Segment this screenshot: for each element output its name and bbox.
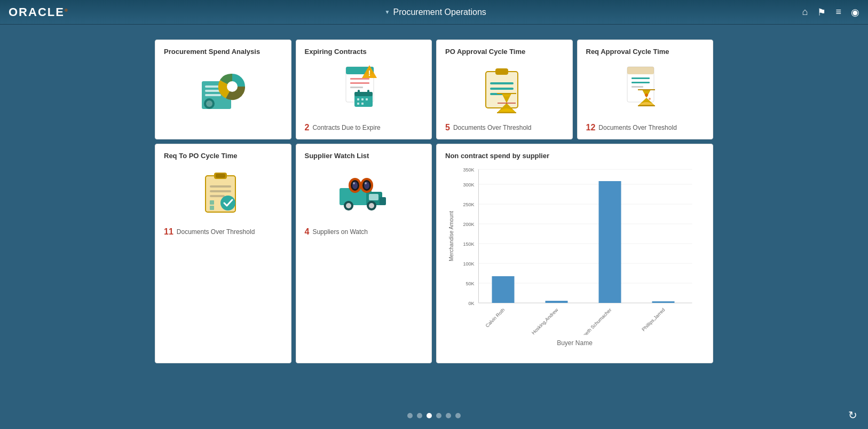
user-icon[interactable]: ◉ <box>851 6 859 18</box>
req-po-icon <box>164 164 282 223</box>
po-approval-title: PO Approval Cycle Time <box>445 48 564 56</box>
spend-chart-tile[interactable]: Non contract spend by supplier 0K 50K 10… <box>436 144 713 363</box>
svg-rect-58 <box>369 194 378 200</box>
spend-analysis-icon <box>164 60 282 119</box>
expiring-contracts-tile[interactable]: Expiring Contracts ! <box>296 40 432 139</box>
svg-rect-55 <box>210 206 214 210</box>
spend-analysis-tile[interactable]: Procurement Spend Analysis <box>155 40 291 139</box>
dot-1[interactable] <box>407 413 413 418</box>
po-approval-icon <box>445 60 564 119</box>
svg-rect-19 <box>357 98 359 100</box>
svg-rect-20 <box>361 98 364 100</box>
svg-point-71 <box>353 182 355 184</box>
supplier-watch-count: 4 <box>305 227 310 237</box>
req-po-footer: 11 Documents Over Threshold <box>164 227 282 237</box>
svg-text:100K: 100K <box>463 261 474 267</box>
dot-4[interactable] <box>436 413 441 418</box>
req-po-title: Req To PO Cycle Time <box>164 152 282 160</box>
contract-icon-svg: ! <box>340 64 388 115</box>
dashboard-grid: Procurement Spend Analysis <box>0 25 868 378</box>
svg-rect-54 <box>210 200 214 205</box>
supplier-watch-footer: 4 Suppliers on Watch <box>305 227 423 237</box>
req-po-subtitle: Documents Over Threshold <box>177 228 255 236</box>
svg-text:Phillips,Jarred: Phillips,Jarred <box>641 307 666 332</box>
svg-point-53 <box>220 196 235 210</box>
expiring-contracts-count: 2 <box>305 123 310 132</box>
svg-text:250K: 250K <box>463 202 474 207</box>
home-icon[interactable]: ⌂ <box>802 6 808 18</box>
svg-point-63 <box>369 203 374 208</box>
po-approval-footer: 5 Documents Over Threshold <box>445 123 564 132</box>
pagination-dots <box>407 413 461 418</box>
svg-rect-12 <box>350 87 363 88</box>
req-approval-footer: 12 Documents Over Threshold <box>586 123 705 132</box>
bar-phillips-jarred <box>652 301 675 303</box>
svg-point-44 <box>645 93 648 97</box>
svg-text:300K: 300K <box>463 182 474 188</box>
supplier-icon-svg <box>337 169 390 217</box>
svg-point-7 <box>227 81 238 92</box>
app-title: Procurement Operations <box>385 7 486 17</box>
req-po-tile[interactable]: Req To PO Cycle Time 11 <box>155 144 291 363</box>
svg-text:150K: 150K <box>463 241 474 247</box>
req-approval-subtitle: Documents Over Threshold <box>598 124 677 131</box>
svg-text:200K: 200K <box>463 222 474 227</box>
svg-rect-22 <box>357 103 359 105</box>
req-clock-icon-svg <box>621 64 669 115</box>
svg-text:Calvin Roth: Calvin Roth <box>484 307 506 329</box>
po-clock-icon-svg <box>480 64 528 115</box>
req-approval-title: Req Approval Cycle Time <box>586 48 705 56</box>
chart-title: Non contract spend by supplier <box>445 152 704 160</box>
req-approval-count: 12 <box>586 123 596 132</box>
svg-text:350K: 350K <box>463 167 474 173</box>
po-approval-tile[interactable]: PO Approval Cycle Time <box>436 40 573 139</box>
logo-registered: ® <box>65 7 69 12</box>
svg-rect-10 <box>350 78 369 80</box>
expiring-contracts-icon: ! <box>305 60 423 119</box>
svg-rect-3 <box>205 94 221 96</box>
supplier-watch-title: Supplier Watch List <box>305 152 423 160</box>
dot-6[interactable] <box>455 413 461 418</box>
menu-icon[interactable]: ≡ <box>835 6 841 18</box>
svg-rect-21 <box>366 98 368 100</box>
spend-analysis-title: Procurement Spend Analysis <box>164 48 282 56</box>
svg-rect-27 <box>490 82 514 84</box>
svg-rect-50 <box>210 185 231 188</box>
supplier-watch-tile[interactable]: Supplier Watch List <box>296 144 432 363</box>
svg-point-5 <box>206 100 212 107</box>
supplier-watch-subtitle: Suppliers on Watch <box>312 228 368 236</box>
svg-rect-49 <box>216 174 225 178</box>
po-approval-count: 5 <box>445 123 450 132</box>
svg-text:Kenneth Schumacher: Kenneth Schumacher <box>576 307 612 335</box>
svg-rect-36 <box>627 67 654 74</box>
chart-x-axis-label: Buyer Name <box>445 339 704 347</box>
chart-container: 0K 50K 100K 150K 200K 250K 300K <box>445 164 704 356</box>
dot-5[interactable] <box>446 413 451 418</box>
svg-rect-26 <box>495 68 508 75</box>
dot-3[interactable] <box>427 413 432 418</box>
oracle-logo: ORACLE® <box>9 5 69 19</box>
svg-rect-51 <box>210 190 231 192</box>
svg-rect-70 <box>359 182 362 186</box>
req-po-icon-svg <box>199 168 247 219</box>
svg-text:50K: 50K <box>465 281 474 286</box>
flag-icon[interactable]: ⚑ <box>817 6 826 18</box>
svg-rect-11 <box>350 82 369 84</box>
dot-2[interactable] <box>417 413 422 418</box>
header-icon-group: ⌂ ⚑ ≡ ◉ <box>802 6 859 18</box>
app-header: ORACLE® Procurement Operations ⌂ ⚑ ≡ ◉ <box>0 0 868 25</box>
bar-kenneth-schumacher <box>599 181 621 303</box>
svg-rect-28 <box>490 88 514 90</box>
svg-rect-17 <box>358 90 360 94</box>
svg-rect-16 <box>354 92 373 96</box>
req-po-count: 11 <box>164 227 173 237</box>
svg-point-61 <box>346 203 351 208</box>
expiring-contracts-title: Expiring Contracts <box>305 48 423 56</box>
refresh-icon[interactable]: ↻ <box>848 409 857 422</box>
req-approval-tile[interactable]: Req Approval Cycle Time <box>577 40 714 139</box>
supplier-watch-icon <box>305 164 423 223</box>
svg-rect-52 <box>210 195 225 197</box>
po-approval-subtitle: Documents Over Threshold <box>453 124 532 131</box>
svg-rect-23 <box>361 103 364 105</box>
req-approval-icon <box>586 60 705 119</box>
